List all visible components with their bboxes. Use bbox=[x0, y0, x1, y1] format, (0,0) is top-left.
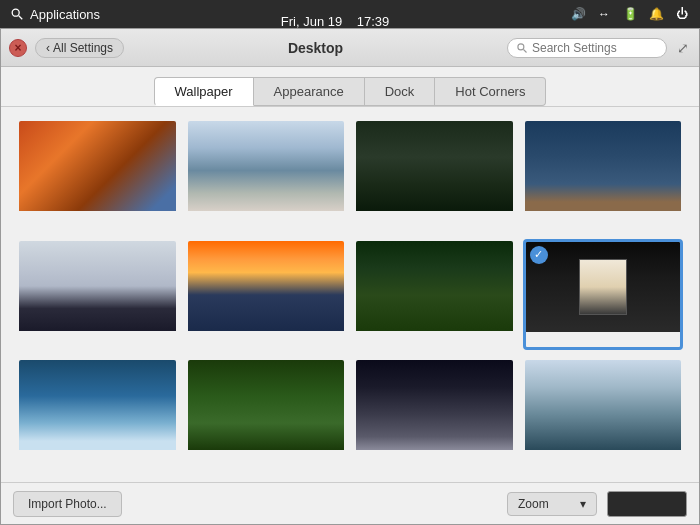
tab-dock[interactable]: Dock bbox=[365, 77, 436, 106]
selected-checkmark: ✓ bbox=[530, 246, 548, 264]
search-icon bbox=[516, 42, 528, 54]
wallpaper-item-11[interactable] bbox=[354, 358, 515, 470]
battery-icon: 🔋 bbox=[622, 6, 638, 22]
bottom-bar: Import Photo... Zoom ▾ bbox=[1, 482, 699, 524]
search-box[interactable] bbox=[507, 38, 667, 58]
svg-line-1 bbox=[19, 16, 23, 20]
window-title: Desktop bbox=[132, 40, 499, 56]
app-menu[interactable]: Applications bbox=[10, 7, 100, 22]
svg-line-3 bbox=[524, 49, 527, 52]
tab-hot-corners[interactable]: Hot Corners bbox=[435, 77, 546, 106]
datetime: Fri, Jun 19 17:39 bbox=[281, 14, 389, 29]
wallpaper-item-6[interactable] bbox=[186, 239, 347, 351]
tabs-bar: Wallpaper Appearance Dock Hot Corners bbox=[1, 67, 699, 107]
search-input[interactable] bbox=[532, 41, 652, 55]
search-icon-top bbox=[10, 7, 24, 21]
wallpaper-grid: ✓ bbox=[1, 107, 699, 482]
wallpaper-item-12[interactable] bbox=[523, 358, 684, 470]
import-photo-button[interactable]: Import Photo... bbox=[13, 491, 122, 517]
system-topbar: Applications Fri, Jun 19 17:39 🔊 ↔ 🔋 🔔 ⏻ bbox=[0, 0, 700, 28]
notification-icon: 🔔 bbox=[648, 6, 664, 22]
zoom-select[interactable]: Zoom ▾ bbox=[507, 492, 597, 516]
volume-icon: 🔊 bbox=[570, 6, 586, 22]
tab-appearance[interactable]: Appearance bbox=[254, 77, 365, 106]
window-titlebar: ‹ All Settings Desktop ⤢ bbox=[1, 29, 699, 67]
wallpaper-item-7[interactable] bbox=[354, 239, 515, 351]
tab-wallpaper[interactable]: Wallpaper bbox=[154, 77, 254, 106]
desktop-settings-window: ‹ All Settings Desktop ⤢ Wallpaper Appea… bbox=[0, 28, 700, 525]
back-arrow-icon: ‹ bbox=[46, 41, 50, 55]
system-tray: 🔊 ↔ 🔋 🔔 ⏻ bbox=[570, 6, 690, 22]
wallpaper-item-3[interactable] bbox=[354, 119, 515, 231]
power-icon: ⏻ bbox=[674, 6, 690, 22]
svg-point-0 bbox=[12, 9, 19, 16]
all-settings-button[interactable]: ‹ All Settings bbox=[35, 38, 124, 58]
svg-point-2 bbox=[518, 43, 524, 49]
expand-button[interactable]: ⤢ bbox=[675, 40, 691, 56]
app-label: Applications bbox=[30, 7, 100, 22]
color-preview[interactable] bbox=[607, 491, 687, 517]
wallpaper-item-5[interactable] bbox=[17, 239, 178, 351]
chevron-down-icon: ▾ bbox=[580, 497, 586, 511]
window-close-button[interactable] bbox=[9, 39, 27, 57]
wallpaper-item-10[interactable] bbox=[186, 358, 347, 470]
wallpaper-item-4[interactable] bbox=[523, 119, 684, 231]
wallpaper-item-1[interactable] bbox=[17, 119, 178, 231]
wallpaper-item-8[interactable]: ✓ bbox=[523, 239, 684, 351]
wallpaper-item-2[interactable] bbox=[186, 119, 347, 231]
wallpaper-item-9[interactable] bbox=[17, 358, 178, 470]
network-icon: ↔ bbox=[596, 6, 612, 22]
